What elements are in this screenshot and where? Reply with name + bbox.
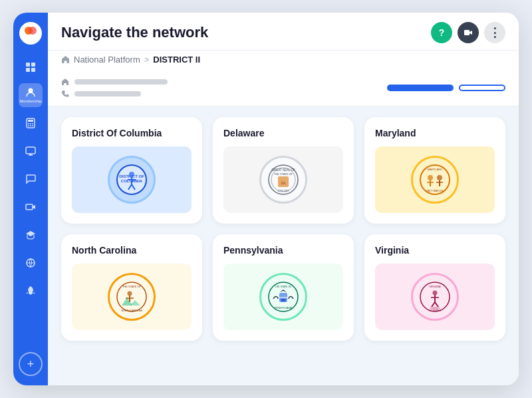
state-card-md[interactable]: Maryland MARYLAND [364,117,505,224]
svg-rect-5 [31,68,35,72]
state-seal-de: GREAT SEAL OF THE STATE OF DE 1776·1787 [223,146,343,213]
breadcrumb: National Platform > DISTRICT II [48,51,519,73]
state-name-de: Delaware [223,128,343,138]
breadcrumb-separator: > [144,55,150,65]
svg-point-14 [32,125,33,126]
info-bar [48,73,519,106]
svg-rect-2 [26,63,30,67]
header: Navigate the network ? ⋮ [48,13,519,51]
svg-text:THE STATE OF: THE STATE OF [274,172,293,176]
svg-rect-18 [26,204,33,210]
app-container: Membership [13,13,519,385]
sidebar-item-globe[interactable] [19,251,43,275]
state-name-pa: Pennsylvania [223,245,343,256]
state-seal-nc: THE STATE OF NORTH CAROLINA [72,264,192,330]
phone-icon [61,90,69,98]
sidebar-item-chat[interactable] [19,167,43,191]
svg-rect-3 [31,63,35,67]
svg-text:GREAT SEAL OF: GREAT SEAL OF [271,168,295,172]
header-actions: ? ⋮ [431,22,505,43]
breadcrumb-parent[interactable]: National Platform [74,55,140,65]
state-name-dc: District Of Columbia [72,128,192,138]
sidebar-item-calculator[interactable] [19,111,43,135]
svg-text:MARYLAND: MARYLAND [428,168,442,171]
svg-point-9 [28,123,29,124]
sidebar-item-grid[interactable] [19,55,43,79]
svg-text:NORTH CAROLINA: NORTH CAROLINA [121,309,142,312]
svg-text:1776·1787: 1776·1787 [278,190,289,192]
svg-rect-15 [26,147,35,154]
app-logo[interactable] [19,22,42,45]
home-icon [61,55,70,64]
sidebar: Membership [13,13,48,385]
state-card-va[interactable]: Virginia VIRGINIA [364,234,505,341]
svg-point-25 [129,172,134,177]
address-row [61,78,168,86]
svg-point-1 [29,27,37,35]
sidebar-add-button[interactable]: + [19,352,43,376]
svg-text:THE STATE OF: THE STATE OF [275,286,292,288]
state-seal-md: MARYLAND FATTI MASCHII [375,146,495,213]
sidebar-bottom: + [19,352,43,376]
phone-placeholder [74,91,141,97]
svg-point-10 [30,123,31,124]
state-card-de[interactable]: Delaware GREAT SEAL OF THE STATE OF DE [213,117,354,224]
svg-point-12 [28,125,29,126]
status-pill-outline [459,85,505,91]
state-seal-dc: DISTRICT OF COLUMBIA [72,146,192,213]
info-right [387,85,505,91]
svg-point-11 [32,123,33,124]
svg-text:VIRGINIA: VIRGINIA [429,285,441,288]
svg-point-58 [433,291,438,296]
info-left [61,78,168,98]
breadcrumb-current: DISTRICT II [153,55,200,65]
svg-point-40 [437,175,442,180]
state-card-pa[interactable]: Pennsylvania THE STATE OF [213,234,354,341]
svg-rect-4 [26,68,30,72]
svg-point-48 [128,292,132,296]
video-button[interactable] [458,22,479,43]
state-seal-va: VIRGINIA SIC SEMPER [375,264,495,330]
page-title: Navigate the network [61,24,208,41]
svg-text:PENNSYLVANIA: PENNSYLVANIA [275,307,293,309]
sidebar-item-monitor[interactable] [19,139,43,163]
more-button[interactable]: ⋮ [484,22,505,43]
state-name-va: Virginia [375,245,495,256]
sidebar-item-membership[interactable]: Membership [19,83,43,107]
svg-rect-21 [464,30,469,35]
state-name-md: Maryland [375,128,495,138]
main-content: Navigate the network ? ⋮ National Platfo… [48,13,519,385]
sidebar-item-rocket[interactable] [19,279,43,303]
state-card-nc[interactable]: North Carolina THE STATE OF [61,234,202,341]
states-grid: District Of Columbia DISTRICT OF COLUMBI… [61,117,505,341]
svg-rect-8 [28,120,33,122]
state-seal-pa: THE STATE OF P [223,264,343,330]
state-card-dc[interactable]: District Of Columbia DISTRICT OF COLUMBI… [61,117,202,224]
address-placeholder [74,79,168,85]
status-pill-filled [387,85,454,91]
phone-row [61,90,168,98]
help-button[interactable]: ? [431,22,452,43]
home-icon-small [61,78,69,86]
sidebar-item-education[interactable] [19,223,43,247]
sidebar-item-video[interactable] [19,195,43,219]
svg-text:THE STATE OF: THE STATE OF [122,285,142,288]
state-name-nc: North Carolina [72,245,192,256]
svg-point-39 [428,175,433,180]
svg-text:DE: DE [281,181,287,185]
membership-label: Membership [19,99,41,103]
svg-point-13 [30,125,31,126]
svg-text:FATTI MASCHII: FATTI MASCHII [427,190,444,192]
svg-text:SIC SEMPER: SIC SEMPER [429,309,442,312]
cards-container: District Of Columbia DISTRICT OF COLUMBI… [48,106,519,385]
